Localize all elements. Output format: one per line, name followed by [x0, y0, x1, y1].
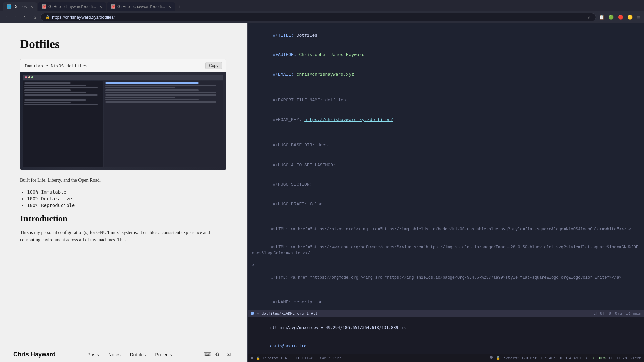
webpage-content: Dotfiles Immutable NixOS dotfiles. Copy: [0, 23, 247, 347]
thumb-line-6: [24, 94, 98, 96]
ext-icon-4[interactable]: 🟡: [626, 14, 634, 21]
features-list: 100% Immutable 100% Declarative 100% Rep…: [27, 189, 226, 208]
reload-button[interactable]: ↻: [21, 14, 29, 21]
copy-button[interactable]: Copy: [205, 62, 222, 69]
bottom-firefox-text: Firefox 1 All: [263, 356, 291, 360]
thumb-dot-green: [31, 76, 33, 78]
editor-terminal-panel: #+TITLE: Dotfiles #+AUTHOR: Christopher …: [248, 23, 644, 362]
editor-line-export: #+EXPORT_FILE_NAME: dotfiles: [252, 90, 640, 110]
editor-line-html-3: #+HTML: <a href="https://orgmode.org"><i…: [252, 268, 640, 287]
list-item-3: 100% Reproducible: [27, 203, 226, 208]
back-button[interactable]: ‹: [3, 14, 10, 21]
thumb-right-line-4: [105, 89, 199, 91]
bottom-datetime: Tue Aug 10 9:45AM 0.31: [540, 356, 589, 360]
ext-icon-3[interactable]: 🔴: [617, 14, 624, 21]
tab-favicon-3: 🐙: [111, 4, 115, 9]
nav-notes[interactable]: Notes: [108, 352, 121, 357]
thumb-right-line-5: [105, 92, 216, 93]
thumb-line-9: [24, 104, 98, 105]
bottom-lock: 🔒: [256, 356, 260, 360]
bottom-left: 🔒 Firefox 1 All: [251, 356, 291, 360]
intro-text-1: This is my personal configuration(s) for…: [20, 230, 119, 235]
browser-actions: 📋 🟢 🔴 🟡 ≡: [598, 14, 641, 21]
editor-line-html-2: #+HTML: <a href="https://www.gnu.org/sof…: [252, 238, 640, 262]
bottom-battery: ⚡ 100%: [592, 356, 606, 360]
thumb-line-4: [24, 89, 71, 91]
bookmark-icon[interactable]: ☆: [587, 15, 591, 20]
tab-dotfiles[interactable]: 🌐 Dotfiles ✕: [3, 2, 37, 11]
editor-line-hugo-section: #+HUGO_SECTION:: [252, 175, 640, 195]
editor-line-hugo-auto: #+HUGO_AUTO_SET_LASTMOD: t: [252, 155, 640, 175]
editor-line-html-2b: >: [252, 262, 640, 268]
email-plus: +EMAIL:: [275, 72, 296, 77]
nav-dotfiles[interactable]: Dotfiles: [130, 352, 146, 357]
screenshot-thumb: [20, 72, 226, 170]
screenshot-header: Immutable NixOS dotfiles. Copy: [20, 59, 226, 72]
title-plus: +TITLE:: [275, 33, 296, 38]
status-dot-active: [251, 312, 254, 315]
nav-projects[interactable]: Projects: [155, 352, 172, 357]
ext-icon-1[interactable]: 📋: [598, 14, 605, 21]
roam-plus: +ROAM_KEY:: [275, 117, 304, 122]
status-icon-arrow: ◂: [257, 311, 259, 316]
tab-favicon-2: 🐙: [42, 4, 46, 9]
hugo-base: #+HUGO_BASE_DIR: docs: [273, 143, 328, 148]
footer-brand: Chris Hayward: [13, 351, 56, 358]
status-right: LF UTF-8 Org ⎇ main: [593, 311, 641, 316]
email-value: chris@chrishayward.xyz: [297, 72, 354, 77]
status-mode: Org: [615, 311, 622, 316]
thumb-right-line-7: [105, 97, 175, 98]
terminal-user: chris@acernitro: [270, 344, 306, 348]
social-icon-2[interactable]: ♻: [215, 351, 222, 358]
thumb-right-line-1: [105, 82, 199, 84]
editor-line-email: #+EMAIL: chris@chrishayward.xyz: [252, 65, 640, 84]
nav-posts[interactable]: Posts: [87, 352, 99, 357]
tab-close-3[interactable]: ✕: [168, 5, 171, 9]
thumb-right-line-6: [105, 94, 216, 96]
editor-line-hugo-draft: #+HUGO_DRAFT: false: [252, 194, 640, 214]
footer-icons: ⌨ ♻ ✉: [204, 351, 233, 358]
editor-content: #+TITLE: Dotfiles #+AUTHOR: Christopher …: [248, 23, 644, 310]
tab-close-2[interactable]: ✕: [99, 5, 102, 9]
thumb-spacer-1: [24, 97, 101, 99]
editor-line-html-1: #+HTML: <a href="https://nixos.org"><img…: [252, 220, 640, 238]
new-tab-button[interactable]: +: [176, 2, 184, 11]
github-icon[interactable]: ⌨: [204, 351, 210, 358]
editor-line-roam: #+ROAM_KEY: https://chrishayward.xyz/dot…: [252, 110, 640, 130]
forward-button[interactable]: ›: [12, 14, 19, 21]
ext-icon-2[interactable]: 🟢: [607, 14, 615, 21]
terminal-prompt-line: chris@acernitro /e/dotfiles (main) > nix…: [251, 337, 641, 354]
status-buffer: 1 All: [306, 311, 317, 316]
tab-favicon-1: 🌐: [7, 4, 11, 9]
hugo-auto: #+HUGO_AUTO_SET_LASTMOD: t: [273, 163, 341, 168]
tab-github-1[interactable]: 🐙 GitHub - chayward1/dotfi... ✕: [38, 2, 106, 11]
tab-title-3: GitHub - chayward1/dotfi...: [117, 4, 165, 9]
thumb-line-8: [24, 102, 71, 103]
thumb-line-1: [24, 82, 71, 84]
tab-github-2[interactable]: 🐙 GitHub - chayward1/dotfi... ✕: [107, 2, 175, 11]
title-value: Dotfiles: [297, 33, 317, 38]
thumb-content: [23, 81, 223, 167]
bottom-vterm: *vterm* 170 Bot: [503, 356, 537, 360]
editor-status-bar: ◂ dotfiles/README.org 1 All LF UTF-8 Org…: [248, 310, 644, 317]
home-button[interactable]: ⌂: [31, 14, 38, 21]
screenshot-image: [20, 72, 226, 170]
main-area: Dotfiles Immutable NixOS dotfiles. Copy: [0, 23, 644, 362]
thumb-left-panel: [23, 81, 103, 167]
editor-line-hugo-base: #+HUGO_BASE_DIR: docs: [252, 136, 640, 156]
email-icon[interactable]: ✉: [226, 351, 233, 358]
url-bar[interactable]: 🔒 https://chrishayward.xyz/dotfiles/ ☆: [40, 13, 596, 21]
terminal-section: rtt min/avg/max/mdev = 49.294/186.651/36…: [248, 317, 644, 354]
browser-menu-button[interactable]: ≡: [636, 14, 641, 21]
tab-close-1[interactable]: ✕: [30, 5, 33, 9]
author-plus: +AUTHOR:: [275, 52, 299, 57]
thumb-right-line-2: [105, 85, 216, 86]
empty-3: [252, 214, 640, 220]
lock-icon: 🔒: [45, 15, 50, 19]
editor-line-author: #+AUTHOR: Christopher James Hayward: [252, 45, 640, 65]
terminal-ping-text: rtt min/avg/max/mdev = 49.294/186.651/36…: [270, 325, 406, 330]
thumb-right-line-3: [105, 87, 175, 88]
list-item-1: 100% Immutable: [27, 189, 226, 195]
status-main: ⎇ main: [626, 311, 641, 316]
roam-value[interactable]: https://chrishayward.xyz/dotfiles/: [304, 117, 393, 122]
